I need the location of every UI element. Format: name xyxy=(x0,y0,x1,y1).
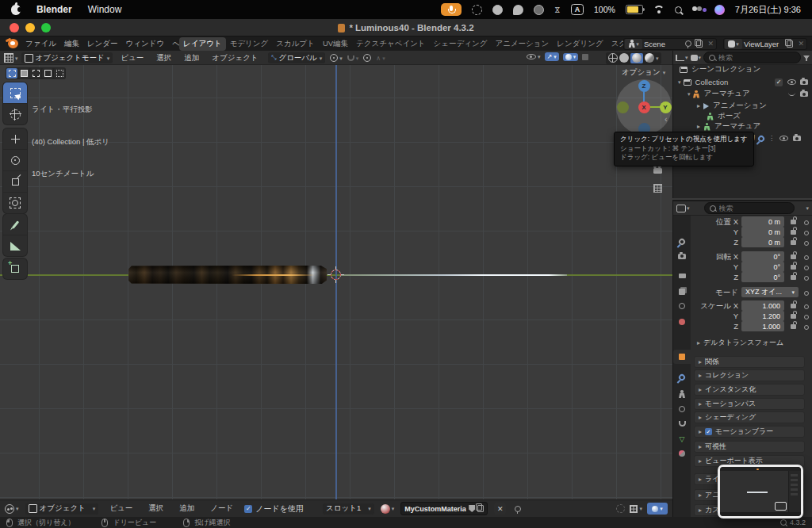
lock-icon[interactable] xyxy=(791,275,796,280)
viewport-menu-select[interactable]: 選択 xyxy=(151,53,176,63)
rotation-y-input[interactable]: 0° xyxy=(741,262,784,272)
panel-motion-blur[interactable]: ▸✓モーションブラー xyxy=(694,426,805,438)
menu-file[interactable]: ファイル xyxy=(21,37,60,51)
collapse-icon[interactable]: ▸ xyxy=(697,124,700,130)
motion-blur-checkbox[interactable]: ✓ xyxy=(705,428,712,435)
options-dropdown[interactable]: オプション▾ xyxy=(622,67,665,78)
shading-rendered-button[interactable] xyxy=(645,53,654,63)
collapse-icon[interactable]: ▸ xyxy=(697,103,700,109)
tab-scene[interactable] xyxy=(673,299,691,313)
shading-material-preview-button[interactable] xyxy=(630,53,643,63)
tool-cursor[interactable] xyxy=(3,104,27,124)
armature-bone-line[interactable] xyxy=(341,274,567,276)
shading-wireframe-button[interactable] xyxy=(608,53,618,63)
tab-physics[interactable] xyxy=(673,402,691,416)
animate-dot-icon[interactable] xyxy=(804,304,809,309)
line-app-icon[interactable] xyxy=(513,5,523,15)
tab-object[interactable] xyxy=(673,350,691,364)
outliner-row-scene-collection[interactable]: シーンコレクション xyxy=(673,64,812,75)
select-tweak-button[interactable] xyxy=(6,68,17,78)
shading-dropdown-icon[interactable]: ▾ xyxy=(656,55,659,61)
app-menu-window[interactable]: Window xyxy=(88,4,122,15)
shader-menu-add[interactable]: 追加 xyxy=(174,503,199,514)
material-browse-dropdown[interactable]: ▾ xyxy=(381,504,395,514)
workspace-tab-shading[interactable]: シェーディング xyxy=(430,37,492,51)
gizmo-axis-x[interactable]: X xyxy=(638,101,650,113)
show-gizmo-toggle[interactable]: ↗▾ xyxy=(545,52,559,61)
fan-utility-icon[interactable] xyxy=(492,5,503,15)
render-visibility-icon[interactable] xyxy=(793,136,801,141)
editor-type-button[interactable]: ▾ xyxy=(4,53,18,63)
animate-dot-icon[interactable] xyxy=(804,231,809,235)
panel-shading[interactable]: ▸シェーディング xyxy=(694,411,805,423)
properties-editor-type-dropdown[interactable]: ▾ xyxy=(676,205,690,212)
tool-rotate[interactable] xyxy=(3,150,27,171)
textured-mesh-object[interactable] xyxy=(128,266,327,284)
slot-dropdown[interactable]: スロット1▾ xyxy=(323,503,374,515)
hidden-eye-closed-icon[interactable] xyxy=(788,92,795,96)
lock-icon[interactable] xyxy=(791,230,796,235)
scene-name[interactable]: Scene xyxy=(644,40,683,48)
viewport-menu-view[interactable]: ビュー xyxy=(116,53,148,63)
panel-delta-transform[interactable]: ▸デルタトランスフォーム xyxy=(697,338,783,348)
modifier-wrench-icon[interactable] xyxy=(756,134,765,143)
viewport-menu-add[interactable]: 追加 xyxy=(179,53,204,63)
spotlight-search-icon[interactable] xyxy=(675,6,682,13)
pivot-point-dropdown[interactable]: ▾ xyxy=(330,54,343,62)
snapping-magnet-icon[interactable]: ▾ xyxy=(347,55,359,61)
tool-select-box[interactable] xyxy=(3,82,27,104)
collection-checkbox[interactable]: ✓ xyxy=(775,78,783,86)
tab-render[interactable] xyxy=(673,249,691,263)
animate-dot-icon[interactable] xyxy=(804,325,809,330)
rotation-z-input[interactable]: 0° xyxy=(741,272,784,282)
tool-transform[interactable] xyxy=(3,193,27,213)
show-object-types-dropdown[interactable]: ▾ xyxy=(527,54,541,59)
tab-particles[interactable] xyxy=(673,387,691,401)
new-scene-copy-icon[interactable] xyxy=(696,40,703,48)
material-name-input[interactable] xyxy=(404,505,466,513)
workspace-tab-animation[interactable]: アニメーション xyxy=(491,37,553,51)
select-extend-button[interactable] xyxy=(30,68,41,78)
lock-icon[interactable] xyxy=(791,220,796,224)
viewlayer-name[interactable]: ViewLayer xyxy=(744,40,784,48)
scale-z-input[interactable]: 1.000 xyxy=(741,321,784,331)
outliner-row-armature[interactable]: ▾ アーマチュア xyxy=(673,89,812,99)
location-z-input[interactable]: 0 m xyxy=(741,237,784,247)
menu-window[interactable]: ウィンドウ xyxy=(122,37,169,51)
microphone-active-icon[interactable] xyxy=(441,3,462,16)
battery-icon[interactable] xyxy=(626,5,643,14)
select-intersect-button[interactable] xyxy=(54,68,65,78)
shading-solid-button[interactable] xyxy=(619,53,629,63)
panel-instancing[interactable]: ▸インスタンス化 xyxy=(694,384,805,396)
animate-dot-icon[interactable] xyxy=(804,241,809,246)
scene-browse-button[interactable]: ▾ xyxy=(625,39,642,49)
toggle-ortho-button[interactable] xyxy=(650,181,665,195)
apple-menu-icon[interactable] xyxy=(11,5,21,15)
viewport-menu-object[interactable]: オブジェクト xyxy=(207,53,262,63)
outliner-filter-id-dropdown[interactable]: ▾ xyxy=(691,55,702,61)
lock-icon[interactable] xyxy=(791,304,796,308)
tab-output[interactable] xyxy=(673,269,691,283)
tool-scale[interactable] xyxy=(3,171,27,193)
outliner-row-collection[interactable]: ▾ Collection ✓ xyxy=(673,77,812,87)
sidebar-collapse-arrow[interactable]: ‹ xyxy=(665,114,668,124)
animate-dot-icon[interactable] xyxy=(804,276,809,281)
wifi-icon[interactable] xyxy=(653,6,665,13)
proportional-editing-icon[interactable] xyxy=(363,54,371,62)
shader-menu-select[interactable]: 選択 xyxy=(144,503,168,514)
workspace-tab-texture-paint[interactable]: テクスチャペイント xyxy=(352,37,430,51)
rotation-x-input[interactable]: 0° xyxy=(741,251,784,262)
viewlayer-browse-button[interactable]: ▾ xyxy=(725,39,742,49)
tool-measure[interactable] xyxy=(3,235,27,256)
shader-type-dropdown[interactable]: オブジェクト▾ xyxy=(25,503,99,515)
render-visibility-icon[interactable] xyxy=(800,79,808,85)
tab-object-data[interactable]: ▽ xyxy=(673,432,691,446)
fake-user-shield-icon[interactable] xyxy=(469,505,475,512)
location-y-input[interactable]: 0 m xyxy=(741,227,784,237)
tool-annotate[interactable] xyxy=(3,214,27,235)
input-source-badge[interactable]: A xyxy=(571,4,584,15)
outliner-row-pose[interactable]: ポーズ xyxy=(673,111,812,121)
tab-material[interactable] xyxy=(673,446,691,461)
blender-logo-icon[interactable] xyxy=(8,39,18,48)
tab-constraints[interactable] xyxy=(673,416,691,430)
